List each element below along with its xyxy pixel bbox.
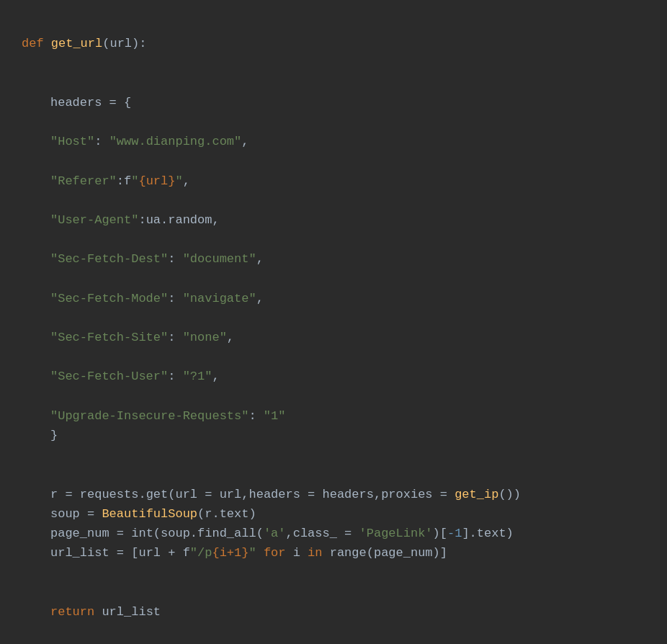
var-url-list: url_list [50, 546, 109, 560]
var-r: r [50, 488, 58, 501]
val-sec-fetch-user: "?1" [183, 370, 212, 383]
var-headers: headers [50, 96, 102, 109]
function-name: get_url [51, 37, 102, 50]
return-value: url_list [102, 605, 161, 619]
key-upgrade: "Upgrade-Insecure-Requests" [50, 409, 249, 423]
var-page-num: page_num [50, 527, 109, 540]
var-soup: soup [50, 507, 80, 521]
paren-close: ): [132, 37, 146, 50]
key-sec-fetch-mode: "Sec-Fetch-Mode" [50, 292, 168, 305]
key-sec-fetch-user: "Sec-Fetch-User" [50, 370, 168, 383]
key-useragent: "User-Agent" [50, 213, 138, 227]
keyword-def: def [22, 37, 51, 50]
key-sec-fetch-site: "Sec-Fetch-Site" [50, 331, 168, 344]
val-host: "www.dianping.com" [109, 135, 242, 148]
keyword-return: return [50, 605, 94, 619]
key-host: "Host" [50, 135, 94, 148]
key-sec-fetch-dest: "Sec-Fetch-Dest" [50, 252, 168, 266]
paren-open: ( [102, 37, 109, 50]
val-sec-fetch-dest: "document" [183, 252, 256, 266]
val-sec-fetch-mode: "navigate" [183, 292, 256, 305]
val-upgrade: "1" [264, 409, 286, 423]
key-referer: "Referer" [50, 174, 117, 188]
val-sec-fetch-site: "none" [183, 331, 227, 344]
param-url: url [109, 37, 132, 50]
code-editor: def get_url(url): headers = { "Host": "w… [22, 14, 645, 622]
